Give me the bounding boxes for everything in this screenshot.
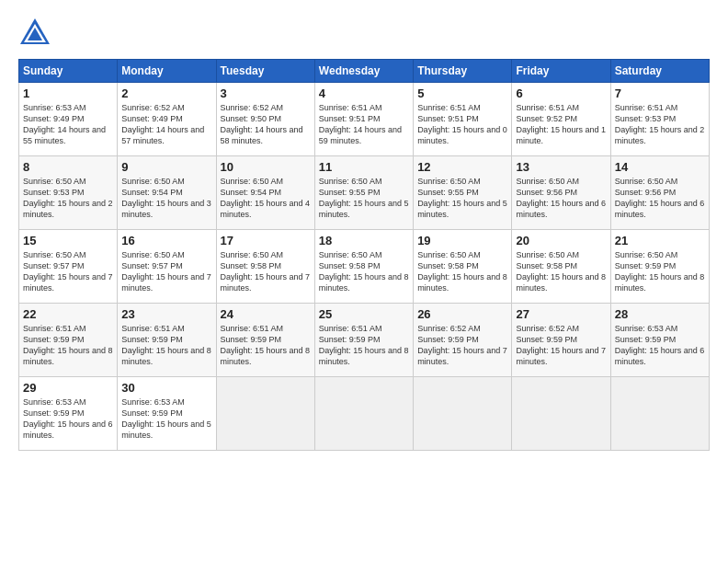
calendar-cell: 5Sunrise: 6:51 AMSunset: 9:51 PMDaylight… (414, 83, 512, 156)
day-info: Sunrise: 6:50 AMSunset: 9:55 PMDaylight:… (319, 176, 409, 221)
day-number: 3 (221, 86, 311, 100)
day-number: 29 (23, 381, 113, 395)
day-info: Sunrise: 6:51 AMSunset: 9:59 PMDaylight:… (23, 323, 113, 368)
calendar-cell: 15Sunrise: 6:50 AMSunset: 9:57 PMDayligh… (19, 230, 118, 304)
day-info: Sunrise: 6:52 AMSunset: 9:59 PMDaylight:… (516, 323, 606, 368)
header-thursday: Thursday (414, 60, 512, 83)
day-number: 21 (615, 234, 705, 247)
day-number: 9 (121, 160, 211, 174)
calendar-cell: 16Sunrise: 6:50 AMSunset: 9:57 PMDayligh… (118, 230, 216, 304)
calendar-cell: 12Sunrise: 6:50 AMSunset: 9:55 PMDayligh… (414, 156, 512, 230)
page-header (18, 17, 710, 53)
day-info: Sunrise: 6:50 AMSunset: 9:59 PMDaylight:… (615, 249, 705, 294)
day-number: 18 (319, 234, 409, 247)
calendar-cell: 27Sunrise: 6:52 AMSunset: 9:59 PMDayligh… (512, 304, 610, 377)
day-info: Sunrise: 6:51 AMSunset: 9:51 PMDaylight:… (319, 102, 409, 147)
calendar-cell: 23Sunrise: 6:51 AMSunset: 9:59 PMDayligh… (118, 304, 216, 377)
day-info: Sunrise: 6:51 AMSunset: 9:59 PMDaylight:… (221, 323, 311, 368)
calendar-cell: 25Sunrise: 6:51 AMSunset: 9:59 PMDayligh… (314, 304, 413, 377)
day-info: Sunrise: 6:52 AMSunset: 9:59 PMDaylight:… (417, 323, 507, 368)
calendar-table: SundayMondayTuesdayWednesdayThursdayFrid… (18, 59, 710, 451)
day-number: 24 (221, 307, 311, 321)
day-number: 27 (516, 307, 606, 321)
day-number: 7 (615, 86, 705, 100)
day-info: Sunrise: 6:51 AMSunset: 9:59 PMDaylight:… (121, 323, 211, 368)
calendar-week-1: 1Sunrise: 6:53 AMSunset: 9:49 PMDaylight… (19, 83, 710, 156)
day-number: 8 (23, 160, 113, 174)
calendar-cell (610, 377, 709, 451)
day-info: Sunrise: 6:53 AMSunset: 9:59 PMDaylight:… (615, 323, 705, 368)
calendar-cell: 7Sunrise: 6:51 AMSunset: 9:53 PMDaylight… (610, 83, 709, 156)
calendar-cell: 9Sunrise: 6:50 AMSunset: 9:54 PMDaylight… (118, 156, 216, 230)
calendar-cell: 6Sunrise: 6:51 AMSunset: 9:52 PMDaylight… (512, 83, 610, 156)
day-info: Sunrise: 6:50 AMSunset: 9:58 PMDaylight:… (417, 249, 507, 294)
day-info: Sunrise: 6:51 AMSunset: 9:53 PMDaylight:… (615, 102, 705, 147)
logo (18, 17, 55, 53)
header-wednesday: Wednesday (314, 60, 413, 83)
calendar-cell (314, 377, 413, 451)
calendar-week-3: 15Sunrise: 6:50 AMSunset: 9:57 PMDayligh… (19, 230, 710, 304)
day-info: Sunrise: 6:50 AMSunset: 9:54 PMDaylight:… (121, 176, 211, 221)
day-info: Sunrise: 6:53 AMSunset: 9:49 PMDaylight:… (23, 102, 113, 147)
day-number: 12 (417, 160, 507, 174)
day-number: 1 (23, 86, 113, 100)
day-info: Sunrise: 6:50 AMSunset: 9:54 PMDaylight:… (221, 176, 311, 221)
day-number: 6 (516, 86, 606, 100)
calendar-cell: 13Sunrise: 6:50 AMSunset: 9:56 PMDayligh… (512, 156, 610, 230)
calendar-cell: 30Sunrise: 6:53 AMSunset: 9:59 PMDayligh… (118, 377, 216, 451)
calendar-week-2: 8Sunrise: 6:50 AMSunset: 9:53 PMDaylight… (19, 156, 710, 230)
header-saturday: Saturday (610, 60, 709, 83)
day-number: 25 (319, 307, 409, 321)
day-number: 15 (23, 234, 113, 247)
day-info: Sunrise: 6:53 AMSunset: 9:59 PMDaylight:… (23, 396, 113, 442)
day-info: Sunrise: 6:50 AMSunset: 9:58 PMDaylight:… (221, 249, 311, 294)
day-info: Sunrise: 6:52 AMSunset: 9:49 PMDaylight:… (121, 102, 211, 147)
calendar-cell: 24Sunrise: 6:51 AMSunset: 9:59 PMDayligh… (216, 304, 314, 377)
day-info: Sunrise: 6:50 AMSunset: 9:53 PMDaylight:… (23, 176, 113, 221)
calendar-cell (216, 377, 314, 451)
day-number: 14 (615, 160, 705, 174)
calendar-cell: 17Sunrise: 6:50 AMSunset: 9:58 PMDayligh… (216, 230, 314, 304)
calendar-cell: 3Sunrise: 6:52 AMSunset: 9:50 PMDaylight… (216, 83, 314, 156)
calendar-cell: 29Sunrise: 6:53 AMSunset: 9:59 PMDayligh… (19, 377, 118, 451)
day-info: Sunrise: 6:51 AMSunset: 9:52 PMDaylight:… (516, 102, 606, 147)
day-number: 11 (319, 160, 409, 174)
day-info: Sunrise: 6:50 AMSunset: 9:58 PMDaylight:… (319, 249, 409, 294)
day-info: Sunrise: 6:52 AMSunset: 9:50 PMDaylight:… (221, 102, 311, 147)
calendar-cell: 1Sunrise: 6:53 AMSunset: 9:49 PMDaylight… (19, 83, 118, 156)
calendar-cell: 20Sunrise: 6:50 AMSunset: 9:58 PMDayligh… (512, 230, 610, 304)
calendar-cell: 22Sunrise: 6:51 AMSunset: 9:59 PMDayligh… (19, 304, 118, 377)
day-number: 26 (417, 307, 507, 321)
day-number: 20 (516, 234, 606, 247)
day-number: 2 (121, 86, 211, 100)
calendar-cell: 14Sunrise: 6:50 AMSunset: 9:56 PMDayligh… (610, 156, 709, 230)
calendar-cell: 11Sunrise: 6:50 AMSunset: 9:55 PMDayligh… (314, 156, 413, 230)
day-number: 30 (121, 381, 211, 395)
day-info: Sunrise: 6:50 AMSunset: 9:58 PMDaylight:… (516, 249, 606, 294)
header-friday: Friday (512, 60, 610, 83)
calendar-cell: 19Sunrise: 6:50 AMSunset: 9:58 PMDayligh… (414, 230, 512, 304)
day-number: 5 (417, 86, 507, 100)
day-number: 28 (615, 307, 705, 321)
logo-icon (18, 17, 51, 53)
day-info: Sunrise: 6:50 AMSunset: 9:57 PMDaylight:… (121, 249, 211, 294)
day-number: 10 (221, 160, 311, 174)
calendar-cell: 4Sunrise: 6:51 AMSunset: 9:51 PMDaylight… (314, 83, 413, 156)
day-info: Sunrise: 6:51 AMSunset: 9:51 PMDaylight:… (417, 102, 507, 147)
calendar-cell: 10Sunrise: 6:50 AMSunset: 9:54 PMDayligh… (216, 156, 314, 230)
day-info: Sunrise: 6:51 AMSunset: 9:59 PMDaylight:… (319, 323, 409, 368)
calendar-week-5: 29Sunrise: 6:53 AMSunset: 9:59 PMDayligh… (19, 377, 710, 451)
day-number: 23 (121, 307, 211, 321)
day-number: 17 (221, 234, 311, 247)
calendar-header-row: SundayMondayTuesdayWednesdayThursdayFrid… (19, 60, 710, 83)
header-monday: Monday (118, 60, 216, 83)
day-number: 19 (417, 234, 507, 247)
day-number: 16 (121, 234, 211, 247)
header-sunday: Sunday (19, 60, 118, 83)
calendar-cell: 21Sunrise: 6:50 AMSunset: 9:59 PMDayligh… (610, 230, 709, 304)
day-number: 22 (23, 307, 113, 321)
calendar-cell (414, 377, 512, 451)
day-info: Sunrise: 6:50 AMSunset: 9:56 PMDaylight:… (615, 176, 705, 221)
day-number: 4 (319, 86, 409, 100)
calendar-cell: 2Sunrise: 6:52 AMSunset: 9:49 PMDaylight… (118, 83, 216, 156)
